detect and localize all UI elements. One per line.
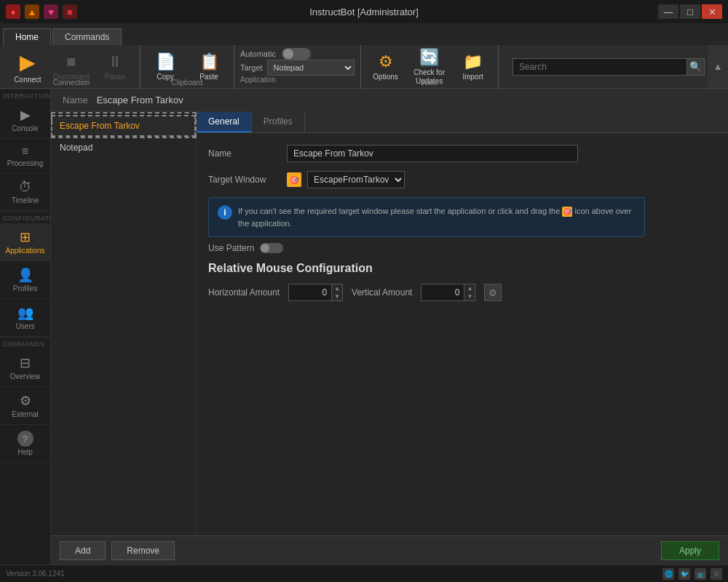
sidebar-section-configuration: Configuration <box>0 211 50 223</box>
target-row: Target Notepad <box>240 60 355 76</box>
sidebar-item-profiles[interactable]: 👤 Profiles <box>0 261 50 299</box>
add-button[interactable]: Add <box>60 541 106 560</box>
connect-button[interactable]: ▶ Connect <box>6 47 50 87</box>
status-icon-web[interactable]: 🌐 <box>662 568 674 580</box>
horizontal-amount-input[interactable] <box>288 284 332 301</box>
toolbar-collapse-button[interactable]: ▲ <box>708 45 728 88</box>
app-icon-4: ■ <box>63 4 77 19</box>
status-icons: 🌐 🐦 📺 ⚙ <box>662 568 722 580</box>
search-bar: 🔍 <box>513 58 705 76</box>
apply-button[interactable]: Apply <box>661 541 719 560</box>
horizontal-up-button[interactable]: ▲ <box>332 284 342 292</box>
profile-body: Escape From Tarkov Notepad General Profi… <box>51 112 728 535</box>
import-icon: 📁 <box>463 52 483 71</box>
tab-general[interactable]: General <box>197 112 252 132</box>
options-icon: ⚙ <box>379 52 393 71</box>
sidebar-item-users[interactable]: 👥 Users <box>0 299 50 337</box>
title-bar-icons: ♦ ▲ ♥ ■ <box>6 4 77 19</box>
close-button[interactable]: ✕ <box>702 4 722 19</box>
help-icon: ? <box>17 431 33 447</box>
content-area: Name Escape From Tarkov Escape From Tark… <box>51 89 728 565</box>
tab-profiles[interactable]: Profiles <box>252 112 305 132</box>
use-pattern-toggle[interactable] <box>260 243 283 253</box>
app-icon-2: ▲ <box>25 4 39 19</box>
app-icon-1: ♦ <box>6 4 20 19</box>
target-window-icon: 🎯 <box>287 172 301 187</box>
mouse-settings-button[interactable]: ⚙ <box>484 284 502 301</box>
automatic-toggle[interactable] <box>282 48 311 60</box>
status-icon-video[interactable]: 📺 <box>695 568 706 580</box>
check-updates-icon: 🔄 <box>419 48 439 67</box>
overview-icon: ⊟ <box>20 355 31 371</box>
target-window-group: 🎯 EscapeFromTarkov <box>287 171 405 188</box>
name-input[interactable] <box>287 145 578 162</box>
vertical-input-wrap: ▲ ▼ <box>421 284 475 301</box>
sidebar-item-overview[interactable]: ⊟ Overview <box>0 349 50 387</box>
status-icon-twitter[interactable]: 🐦 <box>678 568 690 580</box>
connect-icon: ▶ <box>20 50 36 74</box>
options-button[interactable]: ⚙ Options <box>364 47 408 87</box>
target-window-row: Target Window 🎯 EscapeFromTarkov <box>208 171 716 188</box>
target-select[interactable]: Notepad <box>267 60 355 76</box>
sidebar-section-interaction: Interaction <box>0 89 50 101</box>
profile-list-item-eft[interactable]: Escape From Tarkov <box>51 115 196 137</box>
sidebar-item-processing[interactable]: ≡ Processing <box>0 139 50 174</box>
info-text: If you can't see the required target win… <box>238 205 636 229</box>
sidebar-section-commands: Commands <box>0 337 50 349</box>
search-input[interactable] <box>513 58 687 76</box>
status-bar: Version 3.06.1241 🌐 🐦 📺 ⚙ <box>0 565 728 582</box>
vertical-down-button[interactable]: ▼ <box>464 292 475 300</box>
profiles-icon: 👤 <box>17 267 33 283</box>
bottom-bar: Add Remove Apply <box>51 535 728 565</box>
timeline-icon: ⏱ <box>19 180 32 195</box>
vertical-amount-input[interactable] <box>421 284 464 301</box>
import-button[interactable]: 📁 Import <box>451 47 495 87</box>
sidebar-item-applications[interactable]: ⊞ Applications <box>0 223 50 261</box>
sidebar-item-help[interactable]: ? Help <box>0 425 50 463</box>
automatic-row: Automatic <box>240 48 355 60</box>
copy-icon: 📄 <box>156 52 175 71</box>
tab-commands[interactable]: Commands <box>52 28 122 45</box>
version-label: Version 3.06.1241 <box>6 570 65 578</box>
application-label: Application <box>240 76 355 85</box>
sidebar-item-timeline[interactable]: ⏱ Timeline <box>0 174 50 211</box>
maximize-button[interactable]: □ <box>680 4 700 19</box>
pause-button[interactable]: ⏸ Pause <box>93 47 137 87</box>
minimize-button[interactable]: — <box>658 4 678 19</box>
title-bar: ♦ ▲ ♥ ■ InstructBot [Administrator] — □ … <box>0 0 728 23</box>
search-button[interactable]: 🔍 <box>687 58 705 76</box>
info-box: i If you can't see the required target w… <box>208 197 645 237</box>
target-window-select[interactable]: EscapeFromTarkov <box>307 171 405 188</box>
tab-home[interactable]: Home <box>3 28 51 45</box>
detail-panel: General Profiles Name Target Window 🎯 <box>197 112 728 535</box>
external-icon: ⚙ <box>20 393 31 409</box>
inline-drag-icon: 🎯 <box>562 207 572 217</box>
remove-button[interactable]: Remove <box>111 541 175 560</box>
horizontal-down-button[interactable]: ▼ <box>332 292 342 300</box>
status-icon-settings[interactable]: ⚙ <box>711 568 722 580</box>
main-layout: Interaction ▶ Console ≡ Processing ⏱ Tim… <box>0 89 728 565</box>
processing-icon: ≡ <box>22 145 28 158</box>
app-icon-3: ♥ <box>44 4 58 19</box>
horizontal-spinners: ▲ ▼ <box>332 284 343 301</box>
console-icon: ▶ <box>20 107 31 123</box>
mouse-config-row: Horizontal Amount ▲ ▼ Vertical Amount <box>208 284 716 301</box>
tools-label: Tools <box>421 79 438 87</box>
profile-list-item-notepad[interactable]: Notepad <box>51 137 196 159</box>
app-title: InstructBot [Administrator] <box>309 7 419 17</box>
disconnect-icon: ■ <box>66 52 76 71</box>
bottom-buttons: Add Remove <box>60 541 175 560</box>
clipboard-label: Clipboard <box>172 79 203 87</box>
toolbar: ▶ Connect ■ Disconnect ⏸ Pause Connectio… <box>0 45 728 89</box>
mouse-config-header: Relative Mouse Configuration <box>208 262 716 275</box>
paste-icon: 📋 <box>199 52 219 71</box>
vertical-up-button[interactable]: ▲ <box>464 284 475 292</box>
horizontal-input-wrap: ▲ ▼ <box>288 284 343 301</box>
title-bar-controls: — □ ✕ <box>658 4 722 19</box>
detail-content: Name Target Window 🎯 EscapeFromTarkov <box>197 133 728 535</box>
sidebar-item-console[interactable]: ▶ Console <box>0 101 50 139</box>
sidebar-item-external[interactable]: ⚙ External <box>0 387 50 425</box>
use-pattern-row: Use Pattern <box>208 243 716 253</box>
connection-label: Connection <box>53 79 90 87</box>
applications-icon: ⊞ <box>20 229 31 245</box>
